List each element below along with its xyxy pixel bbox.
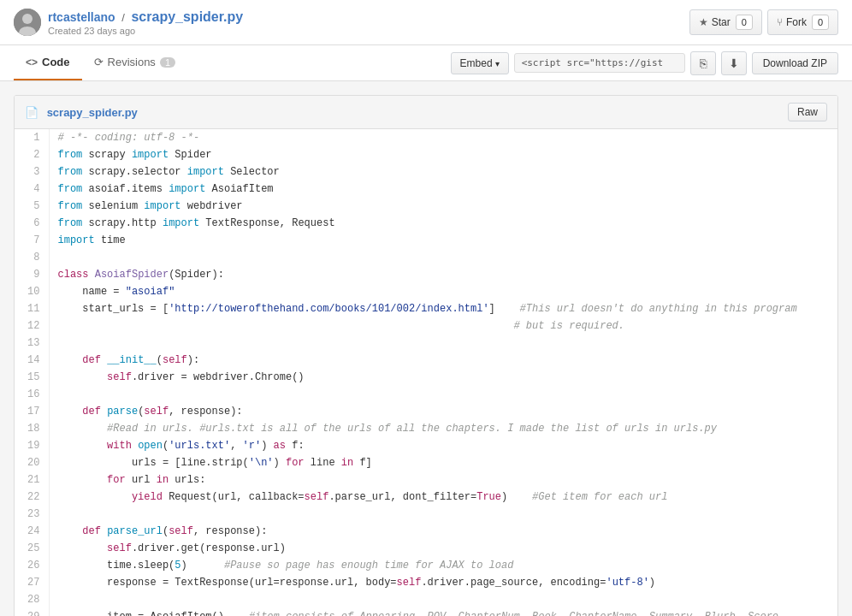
tab-code-label: Code — [42, 56, 70, 68]
user-title: rtcastellano / scrapy_spider.py — [48, 9, 243, 25]
fork-icon — [777, 16, 783, 28]
line-code: from scrapy.http import TextResponse, Re… — [49, 215, 837, 232]
star-icon — [699, 16, 708, 28]
line-code — [49, 506, 837, 523]
line-code: class AsoiafSpider(Spider): — [49, 266, 837, 283]
line-code: from asoiaf.items import AsoiafItem — [49, 181, 837, 198]
tab-code[interactable]: Code — [14, 45, 82, 80]
table-row: 4 from asoiaf.items import AsoiafItem — [15, 181, 837, 198]
line-number: 6 — [15, 215, 49, 232]
table-row: 29 item = AsoiafItem() #item consists of… — [15, 608, 837, 616]
username-link[interactable]: rtcastellano — [48, 10, 115, 24]
line-code — [49, 335, 837, 352]
line-number: 7 — [15, 232, 49, 249]
line-number: 9 — [15, 266, 49, 283]
user-title-block: rtcastellano / scrapy_spider.py Created … — [48, 9, 243, 36]
line-number: 3 — [15, 163, 49, 181]
fork-count: 0 — [812, 15, 829, 30]
table-row: 25 self.driver.get(response.url) — [15, 540, 837, 557]
line-code: from scrapy import Spider — [49, 146, 837, 163]
line-code: urls = [line.strip('\n') for line in f] — [49, 454, 837, 471]
line-number: 14 — [15, 352, 49, 369]
table-row: 7 import time — [15, 232, 837, 249]
table-row: 20 urls = [line.strip('\n') for line in … — [15, 454, 837, 471]
line-number: 21 — [15, 471, 49, 489]
tabs-left: Code Revisions 1 — [14, 45, 187, 80]
line-number: 15 — [15, 369, 49, 386]
line-number: 5 — [15, 198, 49, 215]
table-row: 15 self.driver = webdriver.Chrome() — [15, 369, 837, 386]
table-row: 23 — [15, 506, 837, 523]
line-number: 28 — [15, 591, 49, 608]
line-number: 17 — [15, 403, 49, 420]
line-number: 16 — [15, 386, 49, 403]
table-row: 17 def parse(self, response): — [15, 403, 837, 420]
line-code: time.sleep(5) #Pause so page has enough … — [49, 557, 837, 574]
line-number: 27 — [15, 574, 49, 591]
download-arrow-icon: ⬇ — [729, 56, 739, 70]
line-code: def parse_url(self, response): — [49, 523, 837, 540]
line-code: # -*- coding: utf-8 -*- — [49, 129, 837, 146]
line-code — [49, 249, 837, 266]
table-row: 8 — [15, 249, 837, 266]
table-row: 5 from selenium import webdriver — [15, 198, 837, 215]
line-number: 12 — [15, 317, 49, 335]
line-number: 2 — [15, 146, 49, 163]
copy-button[interactable]: ⎘ — [690, 51, 716, 75]
table-row: 14 def __init__(self): — [15, 352, 837, 369]
line-code: def parse(self, response): — [49, 403, 837, 420]
revisions-icon — [94, 56, 104, 68]
table-row: 2 from scrapy import Spider — [15, 146, 837, 163]
script-src-input[interactable] — [514, 53, 685, 73]
embed-label: Embed — [460, 57, 493, 69]
star-button[interactable]: Star 0 — [689, 9, 762, 35]
revisions-count: 1 — [160, 57, 175, 68]
line-number: 29 — [15, 608, 49, 616]
line-number: 23 — [15, 506, 49, 523]
table-row: 26 time.sleep(5) #Pause so page has enou… — [15, 557, 837, 574]
embed-dropdown-icon — [495, 57, 500, 69]
fork-label: Fork — [786, 16, 807, 28]
line-number: 25 — [15, 540, 49, 557]
embed-button[interactable]: Embed — [451, 52, 509, 74]
line-code: self.driver.get(response.url) — [49, 540, 837, 557]
download-zip-button[interactable]: Download ZIP — [752, 52, 838, 74]
star-label: Star — [712, 16, 731, 28]
table-row: 6 from scrapy.http import TextResponse, … — [15, 215, 837, 232]
line-code: from scrapy.selector import Selector — [49, 163, 837, 181]
file-name-label: scrapy_spider.py — [47, 106, 138, 119]
table-row: 19 with open('urls.txt', 'r') as f: — [15, 437, 837, 454]
tab-revisions-label: Revisions — [108, 56, 156, 68]
raw-button[interactable]: Raw — [788, 103, 827, 121]
download-icon-button[interactable]: ⬇ — [721, 51, 747, 75]
tabs-right: Embed ⎘ ⬇ Download ZIP — [451, 46, 838, 80]
line-number: 10 — [15, 283, 49, 300]
table-row: 12 # but is required. — [15, 317, 837, 335]
line-number: 18 — [15, 420, 49, 437]
line-number: 8 — [15, 249, 49, 266]
line-code: response = TextResponse(url=response.url… — [49, 574, 837, 591]
code-table: 1 # -*- coding: utf-8 -*- 2 from scrapy … — [15, 129, 837, 616]
line-code — [49, 386, 837, 403]
created-meta: Created 23 days ago — [48, 26, 243, 36]
file-box: 📄 scrapy_spider.py Raw 1 # -*- coding: u… — [14, 95, 838, 616]
table-row: 21 for url in urls: — [15, 471, 837, 489]
file-header: 📄 scrapy_spider.py Raw — [15, 96, 837, 129]
line-number: 11 — [15, 300, 49, 317]
table-row: 3 from scrapy.selector import Selector — [15, 163, 837, 181]
line-code: def __init__(self): — [49, 352, 837, 369]
line-code: item = AsoiafItem() #item consists of Ap… — [49, 608, 837, 616]
tab-revisions[interactable]: Revisions 1 — [82, 45, 187, 80]
line-code: # but is required. — [49, 317, 837, 335]
table-row: 9 class AsoiafSpider(Spider): — [15, 266, 837, 283]
line-number: 1 — [15, 129, 49, 146]
main-content: 📄 scrapy_spider.py Raw 1 # -*- coding: u… — [0, 81, 852, 616]
line-number: 24 — [15, 523, 49, 540]
filename-link[interactable]: scrapy_spider.py — [131, 9, 243, 24]
table-row: 13 — [15, 335, 837, 352]
line-code: name = "asoiaf" — [49, 283, 837, 300]
line-code: for url in urls: — [49, 471, 837, 489]
fork-button[interactable]: Fork 0 — [767, 9, 838, 35]
table-row: 10 name = "asoiaf" — [15, 283, 837, 300]
line-code: yield Request(url, callback=self.parse_u… — [49, 489, 837, 506]
